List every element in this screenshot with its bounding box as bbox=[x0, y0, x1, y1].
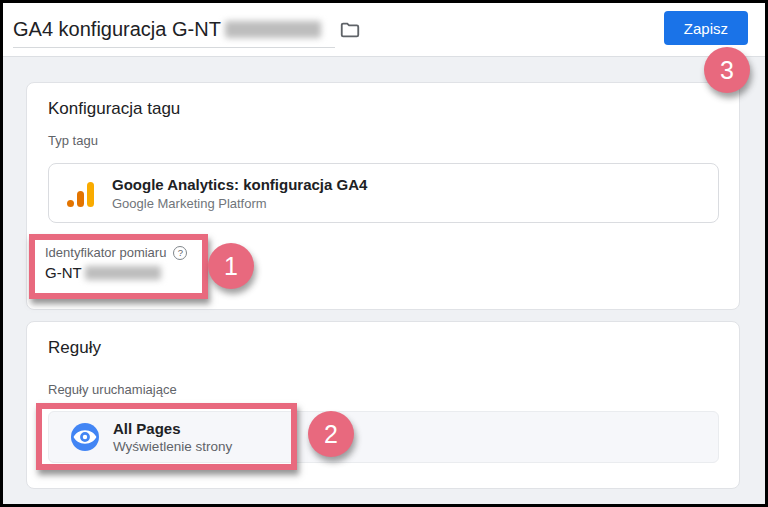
screenshot-frame: GA4 konfiguracja G-NT Zapisz Konfiguracj… bbox=[0, 0, 768, 507]
save-button[interactable]: Zapisz bbox=[664, 11, 748, 45]
ga-icon-dot bbox=[67, 200, 74, 207]
tag-type-vendor: Google Marketing Platform bbox=[112, 196, 367, 211]
folder-icon[interactable] bbox=[339, 19, 361, 41]
google-analytics-icon bbox=[64, 179, 96, 207]
help-icon[interactable]: ? bbox=[173, 246, 187, 260]
tag-type-label: Typ tagu bbox=[48, 133, 98, 148]
measurement-id-value-row: G-NT bbox=[45, 264, 202, 281]
measurement-id-value: G-NT bbox=[45, 264, 82, 281]
trigger-type: Wyświetlenie strony bbox=[113, 439, 232, 454]
tag-name-field[interactable]: GA4 konfiguracja G-NT bbox=[13, 12, 335, 48]
pageview-eye-icon bbox=[71, 423, 99, 451]
rules-card-title: Reguły bbox=[48, 338, 101, 358]
ga-icon-mid-bar bbox=[77, 191, 84, 207]
annotation-badge-1: 1 bbox=[208, 243, 254, 289]
page-title: GA4 konfiguracja G-NT bbox=[13, 18, 221, 41]
firing-triggers-label: Reguły uruchamiające bbox=[48, 382, 177, 397]
annotation-badge-2: 2 bbox=[308, 411, 354, 457]
measurement-id-highlight: Identyfikator pomiaru ? G-NT bbox=[29, 234, 208, 299]
trigger-text: All Pages Wyświetlenie strony bbox=[113, 420, 232, 454]
measurement-id-label: Identyfikator pomiaru bbox=[45, 245, 166, 260]
measurement-id-label-row: Identyfikator pomiaru ? bbox=[45, 245, 202, 260]
rules-card: Reguły Reguły uruchamiające All Pages Wy… bbox=[26, 321, 740, 489]
redacted-measurement-id bbox=[85, 266, 161, 280]
ga-icon-tall-bar bbox=[87, 182, 94, 207]
tag-type-text: Google Analytics: konfiguracja GA4 Googl… bbox=[112, 176, 367, 211]
tag-type-name: Google Analytics: konfiguracja GA4 bbox=[112, 176, 367, 193]
header-bar: GA4 konfiguracja G-NT Zapisz bbox=[3, 3, 765, 57]
tag-card-title: Konfiguracja tagu bbox=[48, 99, 180, 119]
trigger-name: All Pages bbox=[113, 420, 232, 437]
tag-type-selector[interactable]: Google Analytics: konfiguracja GA4 Googl… bbox=[48, 163, 719, 223]
redacted-tag-id bbox=[225, 21, 321, 38]
annotation-badge-3: 3 bbox=[704, 47, 750, 93]
gtm-tag-editor: GA4 konfiguracja G-NT Zapisz Konfiguracj… bbox=[3, 3, 765, 504]
trigger-row-all-pages[interactable]: All Pages Wyświetlenie strony bbox=[48, 411, 719, 463]
